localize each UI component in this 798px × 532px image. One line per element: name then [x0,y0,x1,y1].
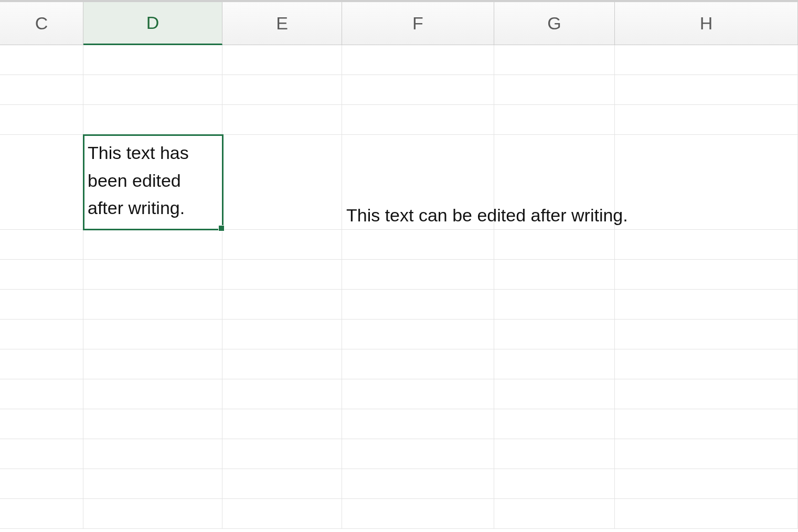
cell-g5[interactable] [494,230,615,260]
cell-c9[interactable] [0,349,83,379]
cell-h10[interactable] [615,379,798,409]
cell-f14[interactable] [342,499,494,529]
cell-h9[interactable] [615,349,798,379]
column-headers: C D E F G H [0,2,798,45]
cell-c13[interactable] [0,469,83,499]
cell-d1[interactable] [83,45,222,75]
cell-c14[interactable] [0,499,83,529]
cell-g11[interactable] [494,409,615,439]
cell-d12[interactable] [83,439,222,469]
cell-e1[interactable] [222,45,342,75]
cell-d2[interactable] [83,75,222,105]
cell-d10[interactable] [83,379,222,409]
cell-e6[interactable] [222,260,342,290]
cell-f13[interactable] [342,469,494,499]
cell-e12[interactable] [222,439,342,469]
cell-h12[interactable] [615,439,798,469]
cell-e10[interactable] [222,379,342,409]
cell-d13[interactable] [83,469,222,499]
cell-f4[interactable]: This text can be edited after writing. [342,135,494,230]
cell-e7[interactable] [222,290,342,320]
cell-g10[interactable] [494,379,615,409]
cell-g12[interactable] [494,439,615,469]
column-header-f[interactable]: F [342,2,494,45]
cell-e9[interactable] [222,349,342,379]
cell-h13[interactable] [615,469,798,499]
cell-d14[interactable] [83,499,222,529]
cell-g13[interactable] [494,469,615,499]
row: This text has been edited after writing.… [0,135,798,230]
cell-g8[interactable] [494,320,615,349]
cell-e14[interactable] [222,499,342,529]
cell-g2[interactable] [494,75,615,105]
row [0,75,798,105]
row [0,469,798,499]
cell-f2[interactable] [342,75,494,105]
cell-h2[interactable] [615,75,798,105]
cell-e3[interactable] [222,105,342,135]
cell-c5[interactable] [0,230,83,260]
cell-d8[interactable] [83,320,222,349]
cell-h1[interactable] [615,45,798,75]
cell-g1[interactable] [494,45,615,75]
cell-d5[interactable] [83,230,222,260]
cell-f3[interactable] [342,105,494,135]
cell-h14[interactable] [615,499,798,529]
column-header-h[interactable]: H [615,2,798,45]
cell-d7[interactable] [83,290,222,320]
cell-f12[interactable] [342,439,494,469]
cell-f8[interactable] [342,320,494,349]
cell-c1[interactable] [0,45,83,75]
cell-c4[interactable] [0,135,83,230]
cell-d4[interactable]: This text has been edited after writing. [83,135,222,230]
cell-f7[interactable] [342,290,494,320]
row [0,230,798,260]
row [0,409,798,439]
cell-g9[interactable] [494,349,615,379]
cell-g3[interactable] [494,105,615,135]
cell-c10[interactable] [0,379,83,409]
cell-c6[interactable] [0,260,83,290]
cell-c12[interactable] [0,439,83,469]
cell-f10[interactable] [342,379,494,409]
cell-e5[interactable] [222,230,342,260]
row [0,105,798,135]
cell-c11[interactable] [0,409,83,439]
column-header-c[interactable]: C [0,2,83,45]
grid-body: This text has been edited after writing.… [0,45,798,529]
cell-c2[interactable] [0,75,83,105]
cell-c3[interactable] [0,105,83,135]
cell-e11[interactable] [222,409,342,439]
cell-f11[interactable] [342,409,494,439]
cell-e8[interactable] [222,320,342,349]
column-header-d[interactable]: D [83,2,222,45]
cell-h3[interactable] [615,105,798,135]
cell-c8[interactable] [0,320,83,349]
cell-d9[interactable] [83,349,222,379]
cell-c7[interactable] [0,290,83,320]
cell-e13[interactable] [222,469,342,499]
cell-f1[interactable] [342,45,494,75]
cell-g6[interactable] [494,260,615,290]
cell-h6[interactable] [615,260,798,290]
cell-h7[interactable] [615,290,798,320]
cell-e2[interactable] [222,75,342,105]
cell-h8[interactable] [615,320,798,349]
cell-d3[interactable] [83,105,222,135]
cell-d6[interactable] [83,260,222,290]
cell-f6[interactable] [342,260,494,290]
column-header-g[interactable]: G [494,2,615,45]
cell-h5[interactable] [615,230,798,260]
cell-e4[interactable] [222,135,342,230]
cell-h4[interactable] [615,135,798,230]
cell-h11[interactable] [615,409,798,439]
cell-f9[interactable] [342,349,494,379]
cell-f5[interactable] [342,230,494,260]
cell-g7[interactable] [494,290,615,320]
row [0,379,798,409]
row [0,499,798,529]
column-header-e[interactable]: E [222,2,342,45]
cell-g14[interactable] [494,499,615,529]
cell-d11[interactable] [83,409,222,439]
row [0,45,798,75]
